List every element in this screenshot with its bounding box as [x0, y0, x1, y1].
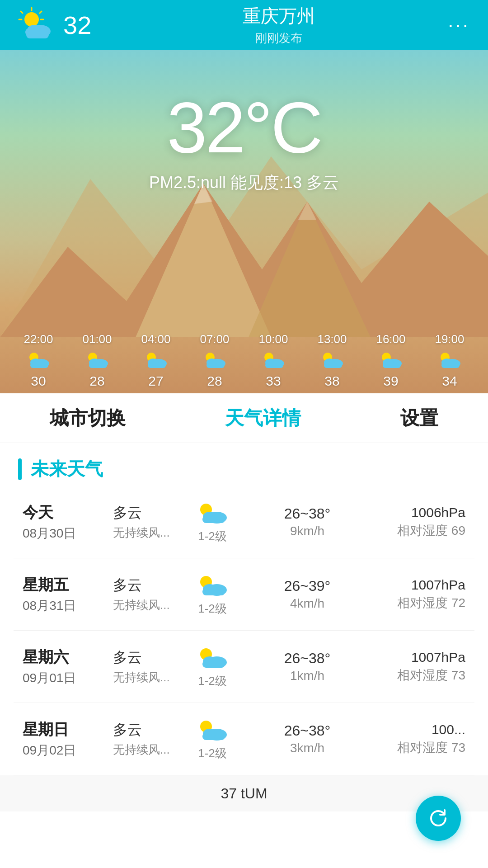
tab-weather-detail[interactable]: 天气详情 [216, 401, 310, 435]
forecast-wind-speed-1: 4km/h [290, 596, 324, 611]
forecast-level-2: 1-2级 [198, 673, 227, 689]
forecast-temp-col-2: 26~38° 1km/h [239, 650, 375, 683]
forecast-date-0: 08月30日 [23, 525, 113, 542]
svg-line-4 [21, 11, 23, 13]
hourly-time-0: 22:00 [23, 332, 53, 346]
top-bar: 32 重庆万州 刚刚发布 ··· [0, 0, 488, 50]
hourly-time-2: 04:00 [141, 332, 170, 346]
hourly-temp-5: 38 [324, 373, 339, 389]
forecast-condition-0: 多云 [113, 503, 142, 523]
forecast-temp-range-3: 26~38° [284, 722, 331, 739]
forecast-date-1: 08月31日 [23, 597, 113, 614]
forecast-day-1: 星期五 [23, 575, 113, 595]
forecast-temp-col-3: 26~38° 3km/h [239, 722, 375, 755]
forecast-wind-2: 无持续风... [113, 670, 170, 685]
svg-rect-44 [383, 363, 401, 368]
section-header: 未来天气 [0, 443, 488, 486]
forecast-humidity-0: 相对湿度 69 [397, 522, 465, 539]
hourly-icon-6 [376, 349, 405, 371]
forecast-row-0: 今天 08月30日 多云 无持续风... 1-2级 26~38° 9km/h 1… [14, 486, 474, 558]
hourly-icon-2 [141, 349, 170, 371]
hourly-temp-7: 34 [442, 373, 457, 389]
hourly-time-4: 10:00 [258, 332, 288, 346]
svg-rect-64 [202, 733, 225, 740]
forecast-condition-3: 多云 [113, 720, 142, 740]
forecast-date-col-1: 星期五 08月31日 [23, 575, 113, 614]
hourly-icon-7 [435, 349, 464, 371]
forecast-temp-range-0: 26~38° [284, 505, 331, 522]
svg-rect-40 [324, 363, 342, 368]
hourly-temp-1: 28 [89, 373, 104, 389]
hourly-time-6: 16:00 [376, 332, 405, 346]
topbar-city-info: 重庆万州 刚刚发布 [109, 4, 448, 46]
forecast-level-0: 1-2级 [198, 528, 227, 544]
forecast-level-3: 1-2级 [198, 745, 227, 761]
forecast-weather-col-3: 多云 无持续风... [113, 720, 185, 758]
forecast-date-2: 09月01日 [23, 670, 113, 687]
hourly-time-5: 13:00 [317, 332, 347, 346]
hourly-icon-1 [83, 349, 112, 371]
forecast-temp-col-0: 26~38° 9km/h [239, 505, 375, 538]
forecast-icon-1 [194, 572, 230, 599]
svg-rect-32 [206, 363, 225, 368]
hero-temperature: 32°C [0, 86, 488, 169]
nav-tabs: 城市切换 天气详情 设置 [0, 393, 488, 443]
forecast-weather-col-1: 多云 无持续风... [113, 576, 185, 613]
svg-point-0 [24, 12, 39, 27]
more-menu-button[interactable]: ··· [448, 14, 470, 36]
forecast-day-2: 星期六 [23, 647, 113, 668]
forecast-wind-1: 无持续风... [113, 597, 170, 613]
forecast-date-col-0: 今天 08月30日 [23, 502, 113, 542]
forecast-pressure-col-2: 1007hPa 相对湿度 73 [375, 650, 465, 684]
hourly-temp-2: 27 [148, 373, 163, 389]
hourly-temp-0: 30 [31, 373, 46, 389]
forecast-temp-col-1: 26~39° 4km/h [239, 578, 375, 611]
hourly-temp-6: 39 [383, 373, 398, 389]
hourly-item-0: 22:00 30 [23, 332, 53, 389]
forecast-list: 今天 08月30日 多云 无持续风... 1-2级 26~38° 9km/h 1… [0, 486, 488, 775]
forecast-pressure-0: 1006hPa [411, 505, 465, 520]
forecast-wind-3: 无持续风... [113, 742, 170, 758]
forecast-icon-col-1: 1-2级 [185, 572, 239, 617]
bottom-bar: 37 tUM [0, 775, 488, 811]
svg-line-2 [40, 11, 42, 13]
topbar-weather-icon [18, 7, 54, 43]
forecast-wind-speed-2: 1km/h [290, 669, 324, 683]
hourly-forecast: 22:00 30 01:00 28 04:00 [0, 332, 488, 393]
forecast-temp-range-1: 26~39° [284, 578, 331, 594]
forecast-wind-speed-0: 9km/h [290, 524, 324, 538]
topbar-city: 重庆万州 [109, 4, 448, 28]
hourly-item-4: 10:00 33 [258, 332, 288, 389]
svg-rect-52 [202, 516, 225, 523]
tab-settings[interactable]: 设置 [391, 401, 447, 435]
forecast-humidity-2: 相对湿度 73 [397, 667, 465, 684]
forecast-humidity-1: 相对湿度 72 [397, 594, 465, 612]
section-title: 未来天气 [31, 457, 103, 481]
hourly-temp-4: 33 [266, 373, 281, 389]
forecast-date-3: 09月02日 [23, 742, 113, 759]
hourly-item-2: 04:00 27 [141, 332, 170, 389]
bottom-text: 37 tUM [221, 785, 267, 802]
forecast-condition-1: 多云 [113, 576, 142, 595]
forecast-humidity-3: 相对湿度 73 [397, 739, 465, 756]
refresh-button[interactable] [416, 796, 461, 841]
forecast-pressure-col-1: 1007hPa 相对湿度 72 [375, 577, 465, 612]
forecast-day-0: 今天 [23, 502, 113, 523]
svg-rect-28 [148, 363, 166, 368]
tab-city-switch[interactable]: 城市切换 [41, 401, 135, 435]
forecast-pressure-3: 100... [432, 722, 465, 737]
hourly-time-1: 01:00 [82, 332, 112, 346]
forecast-row-2: 星期六 09月01日 多云 无持续风... 1-2级 26~38° 1km/h … [14, 631, 474, 703]
forecast-temp-range-2: 26~38° [284, 650, 331, 667]
hourly-item-6: 16:00 39 [376, 332, 405, 389]
svg-rect-60 [202, 660, 225, 668]
svg-rect-48 [441, 363, 460, 368]
svg-rect-20 [30, 363, 48, 368]
forecast-condition-2: 多云 [113, 648, 142, 668]
svg-rect-56 [202, 588, 225, 595]
hourly-icon-0 [24, 349, 53, 371]
svg-rect-24 [89, 363, 107, 368]
svg-rect-10 [26, 31, 49, 38]
hero-section: 32°C PM2.5:null 能见度:13 多云 22:00 30 01:00… [0, 50, 488, 393]
hourly-item-1: 01:00 28 [82, 332, 112, 389]
